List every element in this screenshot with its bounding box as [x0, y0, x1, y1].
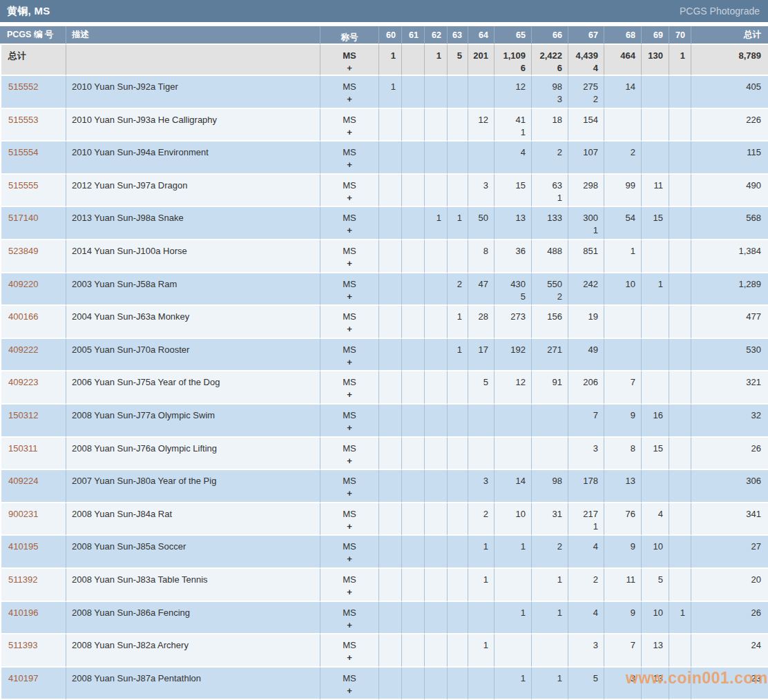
pcgs-number-link[interactable]: 410197	[8, 673, 38, 683]
grade-64-cell: 1	[468, 536, 494, 569]
designation-ms: MS	[320, 212, 378, 224]
designation-ms: MS	[320, 607, 378, 619]
designation-cell: MS +	[320, 470, 378, 503]
grade-69-cell	[641, 339, 669, 372]
grade-67-cell: 154	[568, 109, 604, 142]
grade-67-cell: 206	[568, 371, 604, 405]
grade-60-cell	[378, 273, 401, 307]
designation-ms: MS	[320, 311, 378, 323]
totals-grade-62: 1	[424, 45, 447, 76]
pcgs-number-link[interactable]: 150311	[8, 443, 37, 454]
grade-64-cell: 3	[468, 175, 494, 208]
grade-64-cell: 17	[468, 339, 494, 372]
grade-68-cell: 99	[604, 175, 641, 208]
pcgs-number-link[interactable]: 409220	[8, 279, 38, 289]
designation-plus: +	[320, 93, 378, 106]
grade-66-cell: 1	[531, 668, 568, 700]
row-total-cell: 20	[691, 569, 768, 602]
grade-66-cell: 631	[531, 175, 568, 208]
grade-65-cell	[494, 569, 531, 602]
grade-70-cell	[669, 668, 691, 700]
coin-description: 2008 Yuan Sun-J76a Olympic Lifting	[66, 438, 320, 471]
pcgs-number-cell: 409224	[0, 470, 66, 503]
designation-cell: MS +	[320, 569, 378, 602]
pcgs-number-cell: 409220	[0, 273, 66, 307]
grade-70-cell	[669, 405, 691, 438]
pcgs-number-link[interactable]: 409223	[8, 377, 38, 387]
pcgs-number-link[interactable]: 409224	[8, 476, 38, 486]
grade-64-cell	[468, 668, 494, 700]
pcgs-number-link[interactable]: 515553	[8, 115, 38, 125]
pcgs-number-link[interactable]: 523849	[8, 246, 38, 256]
grade-60-cell	[378, 405, 401, 438]
table-row: 511393 2008 Yuan Sun-J82a Archery MS + 1…	[0, 634, 768, 668]
pcgs-number-link[interactable]: 400166	[8, 311, 38, 322]
grade-68-cell: 2	[604, 142, 641, 175]
pcgs-number-link[interactable]: 150312	[8, 410, 38, 420]
pcgs-number-link[interactable]: 515552	[8, 81, 38, 92]
pcgs-number-link[interactable]: 410195	[8, 541, 38, 552]
pcgs-number-link[interactable]: 515554	[8, 147, 38, 157]
grade-66-cell: 488	[531, 240, 568, 273]
grade-69-cell: 13	[641, 668, 669, 700]
grade-61-cell	[401, 339, 424, 372]
table-row: 517140 2013 Yuan Sun-J98a Snake MS + 1 1…	[0, 207, 768, 240]
pcgs-number-link[interactable]: 517140	[8, 213, 38, 223]
grade-68-cell: 14	[604, 76, 641, 109]
grade-67-cell: 242	[568, 273, 604, 307]
coin-description: 2006 Yuan Sun-J75a Year of the Dog	[66, 371, 320, 405]
pcgs-number-link[interactable]: 515555	[8, 180, 38, 191]
coin-description: 2008 Yuan Sun-J86a Fencing	[66, 602, 320, 635]
designation-cell: MS +	[320, 175, 378, 208]
grade-69-cell	[641, 371, 669, 405]
grade-66-cell	[531, 438, 568, 471]
grade-60-cell	[378, 602, 401, 635]
pcgs-number-link[interactable]: 511393	[8, 640, 37, 650]
totals-grand-total: 8,789	[691, 45, 768, 76]
grade-67-cell: 107	[568, 142, 604, 175]
grade-62-cell	[424, 438, 447, 471]
row-total-cell: 1,289	[691, 273, 768, 307]
grade-65-cell	[494, 634, 531, 668]
grade-62-cell	[424, 470, 447, 503]
row-total-cell: 226	[691, 109, 768, 142]
designation-ms: MS	[320, 639, 378, 652]
grade-70-cell	[669, 503, 691, 536]
pcgs-number-link[interactable]: 410196	[8, 607, 38, 618]
designation-cell: MS +	[320, 602, 378, 635]
row-total-cell: 115	[691, 142, 768, 175]
grade-66-cell: 18	[531, 109, 568, 142]
coin-description: 2008 Yuan Sun-J82a Archery	[66, 634, 320, 668]
grade-60-cell	[378, 668, 401, 700]
designation-ms: MS	[320, 114, 378, 126]
pcgs-number-cell: 515555	[0, 175, 66, 208]
grade-70-cell	[669, 142, 691, 175]
totals-grade-64: 201	[468, 45, 494, 76]
grade-65-cell: 1	[494, 602, 531, 635]
photograde-link[interactable]: PCGS Photograde	[680, 6, 760, 17]
grade-60-cell	[378, 438, 401, 471]
designation-plus: +	[320, 389, 378, 401]
grade-64-cell: 1	[468, 569, 494, 602]
grade-70-cell	[669, 240, 691, 273]
pcgs-number-link[interactable]: 511392	[8, 574, 37, 585]
pcgs-number-link[interactable]: 409222	[8, 344, 38, 355]
pcgs-number-link[interactable]: 900231	[8, 509, 38, 519]
table-row: 409222 2005 Yuan Sun-J70a Rooster MS + 1…	[0, 339, 768, 372]
grade-70-cell	[669, 273, 691, 307]
grade-65-cell: 12	[494, 371, 531, 405]
grade-61-cell	[401, 503, 424, 536]
coin-description: 2012 Yuan Sun-J97a Dragon	[66, 175, 320, 208]
column-header-grade-63: 63	[447, 26, 468, 45]
table-row: 410197 2008 Yuan Sun-J87a Pentathlon MS …	[0, 668, 768, 700]
grade-69-cell: 5	[641, 569, 669, 602]
coin-description: 2008 Yuan Sun-J87a Pentathlon	[66, 668, 320, 700]
grade-64-cell	[468, 405, 494, 438]
grade-67-cell: 2752	[568, 76, 604, 109]
grade-64-cell: 5	[468, 371, 494, 405]
row-total-cell: 405	[691, 76, 768, 109]
grade-65-cell: 4	[494, 142, 531, 175]
coin-description: 2005 Yuan Sun-J70a Rooster	[66, 339, 320, 372]
grade-61-cell	[401, 438, 424, 471]
grade-67-cell: 4	[568, 602, 604, 635]
